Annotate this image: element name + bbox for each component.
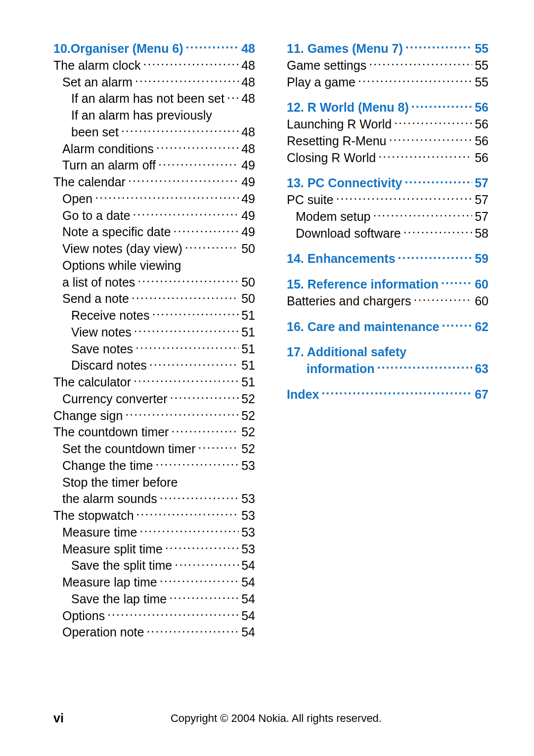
toc-entry-page: 51 [241, 374, 255, 391]
toc-entry-label: Game settings [287, 57, 366, 74]
toc-entry[interactable]: Play a game55 [287, 74, 489, 91]
toc-entry-page: 57 [475, 192, 489, 209]
toc-entry-page: 50 [241, 291, 255, 307]
toc-entry[interactable]: Game settings55 [287, 57, 489, 74]
toc-columns: 10.Organiser (Menu 6)48The alarm clock48… [53, 41, 489, 641]
toc-entry-page: 48 [241, 141, 255, 158]
toc-chapter-entry[interactable]: 12. R World (Menu 8)56 [287, 99, 489, 116]
toc-leader-dots [134, 324, 239, 336]
toc-leader-dots [186, 41, 239, 53]
toc-entry[interactable]: PC suite57 [287, 192, 489, 209]
toc-entry-page: 48 [241, 90, 255, 107]
toc-entry[interactable]: Launching R World56 [287, 116, 489, 133]
toc-leader-dots [158, 157, 239, 169]
toc-leader-dots [132, 291, 239, 303]
toc-entry[interactable]: a list of notes50 [53, 274, 255, 291]
toc-entry[interactable]: Go to a date49 [53, 208, 255, 224]
toc-entry[interactable]: Measure time53 [53, 524, 255, 541]
toc-entry[interactable]: If an alarm has not been set48 [53, 90, 255, 107]
toc-entry[interactable]: Turn an alarm off49 [53, 157, 255, 174]
toc-entry-page: 53 [241, 541, 255, 558]
toc-entry[interactable]: Change sign52 [53, 408, 255, 424]
toc-leader-dots [134, 374, 239, 386]
toc-entry-label: Options [62, 608, 105, 625]
toc-leader-dots [398, 251, 473, 263]
toc-chapter-entry[interactable]: 15. Reference information60 [287, 276, 489, 293]
toc-entry-label: Set an alarm [62, 74, 133, 91]
toc-entry[interactable]: Open49 [53, 191, 255, 208]
page-marker: vi [53, 711, 64, 725]
toc-entry[interactable]: Batteries and chargers60 [287, 293, 489, 310]
toc-entry-label: Save notes [71, 341, 133, 358]
toc-entry-label: Play a game [287, 74, 356, 91]
toc-entry[interactable]: Save the split time54 [53, 557, 255, 574]
toc-entry[interactable]: Download software58 [287, 225, 489, 242]
toc-entry-page: 49 [241, 208, 255, 224]
toc-entry-page: 52 [241, 441, 255, 458]
toc-entry-label: Turn an alarm off [62, 157, 156, 174]
toc-entry-label: Measure split time [62, 541, 163, 558]
toc-entry[interactable]: Save notes51 [53, 341, 255, 358]
toc-entry[interactable]: Receive notes51 [53, 307, 255, 324]
toc-entry[interactable]: The calendar49 [53, 174, 255, 191]
toc-leader-dots [170, 391, 239, 403]
toc-chapter-entry[interactable]: 11. Games (Menu 7)55 [287, 41, 489, 57]
toc-chapter-entry[interactable]: 13. PC Connectivity57 [287, 175, 489, 192]
toc-leader-dots [441, 276, 472, 289]
toc-entry[interactable]: Operation note54 [53, 624, 255, 641]
toc-leader-dots [394, 116, 472, 128]
toc-entry[interactable]: The stopwatch53 [53, 507, 255, 524]
toc-entry-page: 56 [475, 116, 489, 133]
toc-chapter-entry[interactable]: 14. Enhancements59 [287, 251, 489, 267]
toc-entry-page: 49 [241, 224, 255, 241]
toc-entry[interactable]: Options54 [53, 608, 255, 625]
toc-entry-page: 55 [475, 74, 489, 91]
toc-entry[interactable]: Modem setup57 [287, 209, 489, 225]
toc-wrap-line: Options while viewing [53, 257, 255, 274]
toc-entry-page: 49 [241, 157, 255, 174]
toc-leader-dots [378, 150, 472, 162]
toc-entry[interactable]: Closing R World56 [287, 150, 489, 167]
toc-entry-label: Batteries and chargers [287, 293, 411, 310]
toc-entry[interactable]: Change the time53 [53, 458, 255, 474]
toc-entry-page: 49 [241, 174, 255, 191]
toc-entry[interactable]: been set48 [53, 124, 255, 141]
toc-chapter-entry[interactable]: information63 [287, 361, 489, 378]
toc-entry[interactable]: Note a specific date49 [53, 224, 255, 241]
toc-entry[interactable]: Save the lap time54 [53, 591, 255, 608]
toc-entry-label: The countdown timer [53, 424, 169, 441]
toc-leader-dots [135, 341, 239, 353]
toc-chapter-entry[interactable]: 10.Organiser (Menu 6)48 [53, 41, 255, 57]
toc-entry[interactable]: View notes51 [53, 324, 255, 341]
toc-leader-dots [152, 307, 239, 320]
toc-entry-label: 15. Reference information [287, 276, 439, 293]
toc-entry[interactable]: Measure split time53 [53, 541, 255, 558]
toc-entry-page: 59 [475, 251, 489, 267]
toc-entry[interactable]: The countdown timer52 [53, 424, 255, 441]
toc-wrap-line: If an alarm has previously [53, 107, 255, 124]
toc-leader-dots [160, 491, 239, 503]
toc-entry-page: 53 [241, 491, 255, 507]
toc-chapter-entry[interactable]: Index67 [287, 386, 489, 403]
toc-chapter-entry[interactable]: 16. Care and maintenance62 [287, 319, 489, 336]
toc-entry[interactable]: Resetting R-Menu56 [287, 133, 489, 150]
toc-entry[interactable]: The alarm clock48 [53, 57, 255, 74]
toc-entry[interactable]: Discard notes51 [53, 357, 255, 374]
toc-entry[interactable]: Measure lap time54 [53, 574, 255, 591]
toc-entry-page: 62 [475, 319, 489, 336]
toc-entry[interactable]: the alarm sounds53 [53, 491, 255, 507]
toc-entry[interactable]: Currency converter52 [53, 391, 255, 408]
toc-entry[interactable]: Alarm conditions48 [53, 141, 255, 158]
toc-leader-dots [373, 209, 472, 221]
toc-leader-dots [442, 319, 472, 331]
toc-entry[interactable]: View notes (day view)50 [53, 241, 255, 257]
toc-entry[interactable]: Set the countdown timer52 [53, 441, 255, 458]
toc-leader-dots [174, 224, 239, 236]
toc-entry[interactable]: The calculator51 [53, 374, 255, 391]
toc-entry-page: 54 [241, 574, 255, 591]
toc-entry[interactable]: Send a note50 [53, 291, 255, 307]
toc-heading-wrap: 17. Additional safety [287, 344, 489, 361]
toc-entry[interactable]: Set an alarm48 [53, 74, 255, 91]
toc-entry-label: information [307, 361, 375, 378]
toc-leader-dots [135, 74, 239, 86]
